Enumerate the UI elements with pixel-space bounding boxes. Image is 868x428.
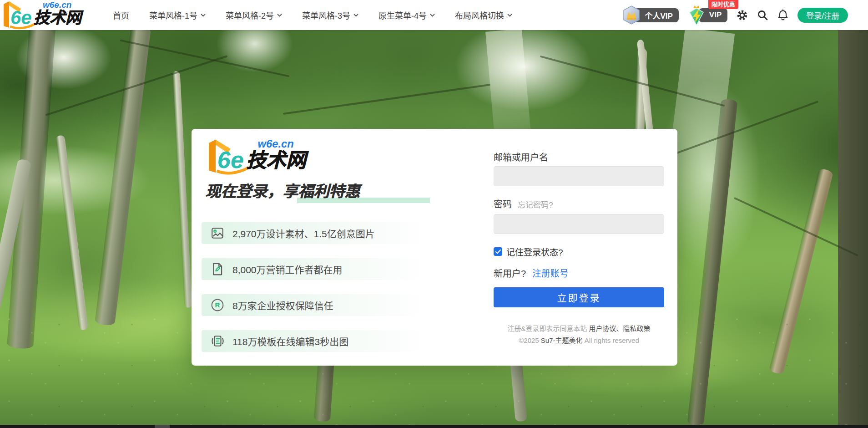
search-icon[interactable] — [757, 10, 768, 21]
menu-item-label: 菜单风格-2号 — [226, 9, 274, 21]
menu-item-layout-switch[interactable]: 布局风格切换 — [455, 9, 512, 21]
chevron-down-icon — [507, 14, 512, 17]
logo-suffix-text: 技术网 — [34, 9, 84, 26]
logo-url-text: w6e.cn — [258, 138, 294, 150]
menu-item-label: 原生菜单-4号 — [378, 9, 427, 21]
login-register-button[interactable]: 登录/注册 — [797, 8, 848, 23]
tree-trunk — [95, 30, 151, 326]
benefit-item: R 8万家企业授权保障信任 — [202, 294, 429, 316]
menu-item-style3[interactable]: 菜单风格-3号 — [302, 9, 358, 21]
benefit-text: 2,970万设计素材、1.5亿创意图片 — [232, 226, 375, 240]
chevron-down-icon — [277, 14, 282, 17]
username-label: 邮箱或用户名 — [494, 150, 548, 163]
copyright-line: ©2025 Su7-主题美化 All rights reserved — [494, 335, 664, 345]
chevron-down-icon — [201, 14, 206, 17]
forgot-password-link[interactable]: 忘记密码? — [518, 199, 553, 210]
menu-item-label: 菜单风格-1号 — [149, 9, 197, 21]
remember-label: 记住登录状态? — [506, 245, 563, 258]
hexagon-crown-icon — [622, 5, 641, 25]
copyright-brand: Su7-主题美化 — [541, 336, 583, 344]
menu-item-home[interactable]: 首页 — [113, 9, 129, 21]
pencil-document-icon — [211, 262, 224, 276]
benefit-text: 118万模板在线编辑3秒出图 — [232, 334, 348, 348]
main-menu: 首页 菜单风格-1号 菜单风格-2号 菜单风格-3号 原生菜单-4号 布局风格切… — [113, 9, 512, 21]
personal-vip-badge[interactable]: 个人VIP — [622, 5, 678, 25]
check-icon — [495, 250, 501, 254]
menu-item-native4[interactable]: 原生菜单-4号 — [378, 9, 435, 21]
image-icon — [211, 226, 224, 240]
promo-tag: 限时优惠 — [708, 0, 738, 9]
svg-text:R: R — [215, 301, 220, 309]
agreement-links[interactable]: 用户协议、隐私政策 — [589, 325, 651, 332]
site-logo[interactable]: 6e 技术网 w6e.cn — [0, 0, 98, 30]
new-user-label: 新用户? — [494, 269, 526, 279]
site-logo-graphic: 6e 技术网 w6e.cn — [0, 0, 98, 30]
login-card: 6e 技术网 w6e.cn 现在登录，享福利特惠 2,970万设计素材、1.5亿… — [192, 129, 677, 366]
password-label: 密码 — [494, 197, 512, 210]
benefit-text: 8,000万营销工作者都在用 — [232, 262, 343, 276]
logo-url-text: w6e.cn — [43, 0, 71, 10]
login-headline: 现在登录，享福利特惠 — [205, 179, 360, 201]
agreement-prefix: 注册&登录即表示同意本站 — [507, 325, 587, 332]
menu-item-style2[interactable]: 菜单风格-2号 — [226, 9, 282, 21]
register-link[interactable]: 注册账号 — [532, 269, 569, 279]
card-logo: 6e 技术网 w6e.cn — [204, 138, 327, 176]
template-export-icon — [211, 334, 224, 348]
logo-6e-text: 6e — [10, 7, 32, 28]
navbar-actions: 个人VIP VIP 限时优惠 — [622, 5, 848, 25]
copyright-prefix: ©2025 — [519, 336, 539, 344]
settings-gear-icon[interactable] — [736, 9, 748, 21]
submit-login-button[interactable]: 立即登录 — [494, 287, 664, 307]
password-input[interactable] — [494, 214, 664, 234]
menu-item-style1[interactable]: 菜单风格-1号 — [149, 9, 206, 21]
menu-item-label: 菜单风格-3号 — [302, 9, 350, 21]
tree-trunk — [172, 71, 192, 308]
top-navbar: 6e 技术网 w6e.cn 首页 菜单风格-1号 菜单风格-2号 菜单风格-3号… — [0, 0, 868, 30]
menu-item-label: 首页 — [113, 9, 129, 21]
benefit-item: 8,000万营销工作者都在用 — [202, 258, 429, 280]
vip-badge[interactable]: VIP 限时优惠 — [687, 5, 727, 25]
diamond-lightning-icon — [687, 5, 706, 25]
benefit-item: 118万模板在线编辑3秒出图 — [202, 330, 429, 352]
bottom-bar — [0, 425, 868, 428]
agreement-line: 注册&登录即表示同意本站 用户协议、隐私政策 — [494, 323, 664, 333]
logo-suffix-text: 技术网 — [247, 149, 309, 171]
logo-6e-text: 6e — [217, 146, 244, 173]
chevron-down-icon — [353, 14, 358, 17]
new-user-row: 新用户? 注册账号 — [494, 266, 569, 280]
bottom-bar-highlight — [155, 425, 170, 428]
registered-trademark-icon: R — [211, 298, 224, 312]
password-label-row: 密码 忘记密码? — [494, 197, 553, 210]
tree-branch — [283, 84, 490, 115]
login-form: 邮箱或用户名 密码 忘记密码? 记住登录状态? 新用户? 注册账号 立即登录 注… — [494, 129, 664, 366]
username-input[interactable] — [494, 166, 664, 186]
copyright-suffix: All rights reserved — [585, 336, 639, 344]
benefit-list: 2,970万设计素材、1.5亿创意图片 8,000万营销工作者都在用 R 8万家… — [202, 222, 429, 366]
remember-checkbox[interactable] — [494, 247, 502, 256]
remember-checkbox-row[interactable]: 记住登录状态? — [494, 245, 563, 258]
chevron-down-icon — [430, 14, 435, 17]
notification-bell-icon[interactable] — [777, 9, 789, 21]
benefit-text: 8万家企业授权保障信任 — [232, 298, 333, 312]
menu-item-label: 布局风格切换 — [455, 9, 504, 21]
benefit-item: 2,970万设计素材、1.5亿创意图片 — [202, 222, 429, 244]
tree-trunk — [56, 135, 88, 330]
